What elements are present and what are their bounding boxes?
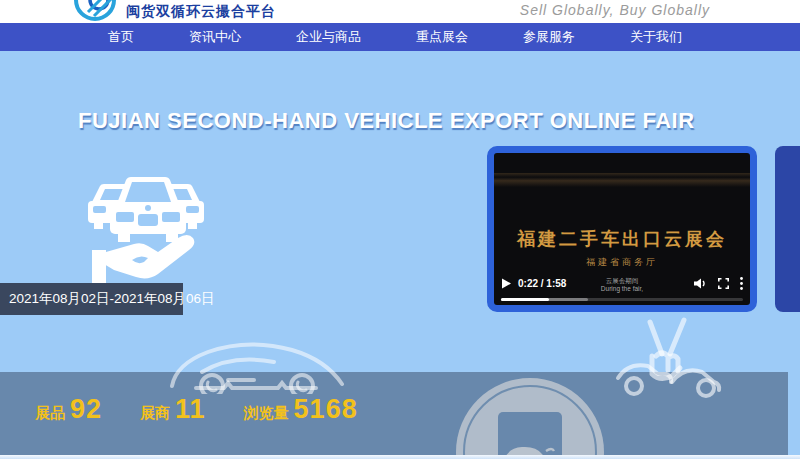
stat-views-value: 5168 [294,394,358,425]
play-button[interactable] [501,278,511,289]
stat-exhibitors-label: 展商 [140,404,170,423]
nav-item-exhibitor-services[interactable]: 参展服务 [523,28,575,46]
nav-item-news[interactable]: 资讯中心 [189,28,241,46]
platform-logo-text[interactable]: 闽货双循环云撮合平台 [126,3,276,21]
page: 闽货双循环云撮合平台 Sell Globally, Buy Globally 首… [0,0,800,459]
volume-icon[interactable] [694,278,707,289]
stat-views-label: 浏览量 [244,404,289,423]
stat-exhibitors-value: 11 [175,394,206,425]
video-overlay-subtitle: 福建省商务厅 [494,256,750,269]
cars-on-hand-icon [74,168,222,290]
stat-exhibitors: 展商 11 [140,394,206,425]
garage-door-icon [498,412,562,459]
video-overlay-title: 福建二手车出口云展会 [494,227,750,251]
stats-row: 展品 92 展商 11 浏览量 5168 [35,394,358,425]
video-progress-bar[interactable] [501,298,743,302]
carousel-next-slide-edge[interactable] [775,146,800,312]
stat-views: 浏览量 5168 [244,394,358,425]
event-date-range: 2021年08月02日-2021年08月06日 [9,290,215,308]
nav-item-companies-products[interactable]: 企业与商品 [296,28,361,46]
top-header: 闽货双循环云撮合平台 Sell Globally, Buy Globally [0,0,800,23]
event-date-banner: 2021年08月02日-2021年08月06日 [0,283,183,315]
header-slogan: Sell Globally, Buy Globally [520,2,710,18]
video-time-display: 0:22 / 1:58 [518,278,566,289]
video-progress-played [501,298,549,302]
car-sketch-outline [168,336,346,394]
nav-item-about-us[interactable]: 关于我们 [630,28,682,46]
main-nav: 首页 资讯中心 企业与商品 重点展会 参展服务 关于我们 [0,23,800,51]
video-control-bar: 0:22 / 1:58 [494,271,750,295]
victory-hand-cars-icon [612,316,727,400]
video-frame-still [494,173,750,187]
nav-item-home[interactable]: 首页 [108,28,134,46]
hero-title: FUJIAN SECOND-HAND VEHICLE EXPORT ONLINE… [78,108,695,134]
stat-exhibits-value: 92 [70,394,102,425]
fullscreen-button[interactable] [718,278,729,289]
next-section-edge [0,455,800,459]
platform-logo-icon[interactable] [72,0,118,22]
video-player[interactable]: 福建二手车出口云展会 福建省商务厅 云展会期间 During the fair,… [487,146,757,312]
stat-exhibits-label: 展品 [35,404,65,423]
more-options-button[interactable] [740,277,743,290]
stat-exhibits: 展品 92 [35,394,102,425]
nav-item-key-exhibitions[interactable]: 重点展会 [416,28,468,46]
